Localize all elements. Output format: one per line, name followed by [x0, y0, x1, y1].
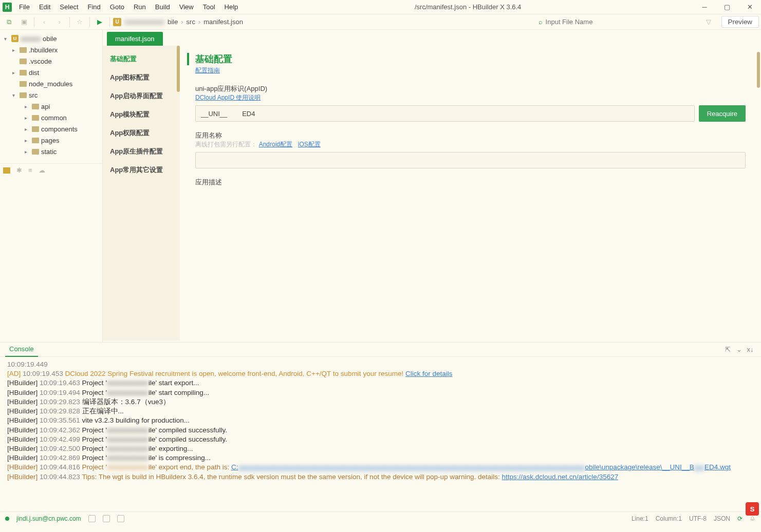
config-nav-item[interactable]: App权限配置 [103, 124, 180, 142]
status-icon-2[interactable] [103, 515, 110, 522]
main-menu: FileEditSelectFindGotoRunBuildViewToolHe… [14, 0, 243, 14]
title-bar: H FileEditSelectFindGotoRunBuildViewTool… [0, 0, 761, 14]
project-icon: U [113, 18, 121, 26]
tree-root[interactable]: ▾Uxxxxxxobile [0, 33, 102, 44]
status-encoding[interactable]: UTF-8 [689, 515, 707, 522]
console-line: [HBuilder] 10:09:42.499 Project 'xxxxxxx… [7, 435, 754, 444]
console-line: [HBuilder] 10:09:42.500 Project 'xxxxxxx… [7, 444, 754, 453]
console-line: [HBuilder] 10:09:29.828 正在编译中... [7, 407, 754, 416]
console-line: [HBuilder] 10:09:42.362 Project 'xxxxxxx… [7, 426, 754, 435]
reacquire-button[interactable]: Reacquire [699, 105, 746, 122]
run-icon[interactable]: ▶ [93, 15, 106, 29]
status-icon-3[interactable] [117, 515, 124, 522]
console-collapse-icon[interactable]: ⌄ [733, 346, 745, 353]
appid-help-link[interactable]: DCloud AppID 使用说明 [195, 94, 261, 101]
nav-forward-icon[interactable]: › [53, 15, 66, 29]
config-body: 基础配置 配置指南 uni-app应用标识(AppID) DCloud AppI… [180, 46, 761, 340]
tree-item-common[interactable]: ▸common [0, 112, 102, 123]
console-line: [HBuilder] 10:09:42.869 Project 'xxxxxxx… [7, 453, 754, 463]
config-nav-item[interactable]: App模块配置 [103, 105, 180, 124]
console-scroll-lock-icon[interactable]: x↓ [745, 346, 756, 353]
menu-view[interactable]: View [175, 0, 198, 14]
tree-item-src[interactable]: ▾src [0, 89, 102, 101]
tree-item-hbuilderx[interactable]: ▸.hbuilderx [0, 44, 102, 55]
console-line: [HBuilder] 10:09:44.816 Project 'xxxxxxx… [7, 463, 754, 472]
status-column[interactable]: Column:1 [656, 515, 682, 522]
config-nav-item[interactable]: App常用其它设置 [103, 161, 180, 179]
tree-item-static[interactable]: ▸static [0, 146, 102, 157]
appname-label: 应用名称 [195, 131, 746, 140]
console-line: [HBuilder] 10:09:19.494 Project 'xxxxxxx… [7, 388, 754, 397]
filter-icon[interactable]: ▽ [702, 15, 715, 29]
menu-file[interactable]: File [14, 0, 34, 14]
console-panel: Console ⇱ ⌄ x↓ 10:09:19.449[AD] 10:09:19… [0, 342, 761, 511]
config-nav-item[interactable]: 基础配置 [103, 50, 180, 68]
ime-indicator-icon[interactable]: S [746, 502, 759, 516]
status-line[interactable]: Line:1 [632, 515, 648, 522]
tree-item-components[interactable]: ▸components [0, 123, 102, 135]
preview-button[interactable]: Preview [721, 16, 759, 28]
console-line: [HBuilder] 10:09:29.823 编译器版本：3.6.7（vue3… [7, 397, 754, 407]
nav-back-icon[interactable]: ‹ [38, 15, 51, 29]
star-icon[interactable]: ☆ [73, 15, 86, 29]
appname-input[interactable] [195, 152, 746, 168]
new-file-icon[interactable]: ⧉ [2, 15, 15, 29]
tree-item-api[interactable]: ▸api [0, 101, 102, 112]
menu-tool[interactable]: Tool [198, 0, 220, 14]
console-line: [HBuilder] 10:09:19.463 Project 'xxxxxxx… [7, 378, 754, 388]
ios-config-link[interactable]: iOS配置 [298, 141, 321, 148]
breadcrumb-file[interactable]: manifest.json [203, 18, 243, 26]
config-nav-item[interactable]: App启动界面配置 [103, 87, 180, 105]
console-output[interactable]: 10:09:19.449[AD] 10:09:19.453 DCloud 202… [0, 357, 761, 511]
sidebar-bottom-icons: ✱ ≡ ☁ [0, 163, 103, 177]
appid-input[interactable] [195, 105, 695, 122]
breadcrumb[interactable]: U xxxxxxxxxxxxbile › src › manifest.json [113, 18, 243, 26]
cloud-icon[interactable]: ☁ [39, 166, 45, 174]
config-nav: 基础配置App图标配置App启动界面配置App模块配置App权限配置App原生插… [103, 46, 180, 340]
sync-icon[interactable]: ⟳ [737, 515, 743, 522]
config-nav-item[interactable]: App图标配置 [103, 68, 180, 87]
maximize-button[interactable]: ▢ [716, 0, 738, 14]
breadcrumb-project[interactable]: xxxxxxxxxxxx [124, 18, 164, 26]
console-line: [AD] 10:09:19.453 DCloud 2022 Spring Fes… [7, 369, 754, 378]
menu-help[interactable]: Help [220, 0, 243, 14]
status-icon-1[interactable] [88, 515, 96, 522]
save-icon[interactable]: ▣ [17, 15, 31, 29]
project-explorer[interactable]: ▾Uxxxxxxobile▸.hbuilderx.vscode▸distnode… [0, 30, 103, 342]
menu-run[interactable]: Run [129, 0, 151, 14]
menu-edit[interactable]: Edit [34, 0, 55, 14]
toolbar: ⧉ ▣ ‹ › ☆ ▶ U xxxxxxxxxxxxbile › src › m… [0, 14, 761, 30]
minimize-button[interactable]: ─ [693, 0, 716, 14]
notification-icon[interactable]: 🕭 [750, 515, 756, 522]
menu-goto[interactable]: Goto [105, 0, 129, 14]
status-user[interactable]: jindi.j.sun@cn.pwc.com [16, 515, 81, 522]
editor-tab-manifest[interactable]: manifest.json [107, 32, 163, 46]
tree-item-vscode[interactable]: .vscode [0, 55, 102, 67]
search-icon: ⌕ [539, 18, 543, 26]
console-line: 10:09:19.449 [7, 360, 754, 369]
editor-area: manifest.json 基础配置App图标配置App启动界面配置App模块配… [103, 30, 761, 342]
menu-find[interactable]: Find [83, 0, 105, 14]
menu-build[interactable]: Build [151, 0, 175, 14]
android-config-link[interactable]: Android配置 [259, 141, 292, 148]
tree-item-dist[interactable]: ▸dist [0, 67, 102, 78]
bug-icon[interactable]: ✱ [16, 166, 22, 174]
app-logo: H [0, 0, 14, 14]
section-title: 基础配置 [187, 53, 746, 65]
close-button[interactable]: ✕ [738, 0, 761, 14]
explorer-icon[interactable] [3, 167, 10, 174]
appdesc-label: 应用描述 [195, 178, 746, 187]
menu-select[interactable]: Select [55, 0, 83, 14]
status-language[interactable]: JSON [714, 515, 730, 522]
config-guide-link[interactable]: 配置指南 [195, 66, 220, 75]
scrollbar-thumb[interactable] [757, 52, 760, 88]
search-input[interactable] [546, 18, 700, 26]
config-nav-item[interactable]: App原生插件配置 [103, 142, 180, 161]
file-search[interactable]: ⌕ [539, 18, 700, 26]
console-export-icon[interactable]: ⇱ [722, 346, 733, 353]
breadcrumb-src[interactable]: src [187, 18, 195, 26]
list-icon[interactable]: ≡ [28, 166, 32, 174]
console-tab[interactable]: Console [5, 343, 38, 357]
tree-item-pages[interactable]: ▸pages [0, 135, 102, 146]
tree-item-node_modules[interactable]: node_modules [0, 78, 102, 89]
